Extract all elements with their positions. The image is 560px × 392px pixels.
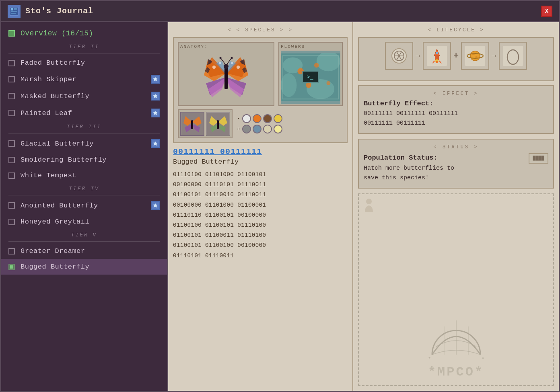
tier-2-label: TIER II bbox=[1, 41, 167, 51]
anatomy-box: ANATOMY: bbox=[178, 42, 274, 106]
svg-text:*: * bbox=[428, 357, 431, 362]
honeyed-greytail-label: Honeyed Greytail bbox=[21, 218, 89, 226]
color-label-a: ▪ bbox=[237, 117, 240, 121]
sidebar-item-smoldering-butterfly[interactable]: Smoldering Butterfly bbox=[1, 152, 167, 168]
svg-point-28 bbox=[231, 62, 233, 64]
svg-point-27 bbox=[237, 66, 240, 69]
tier-5-label: TIER V bbox=[1, 230, 167, 240]
overview-label: Overview (16/15) bbox=[21, 29, 93, 37]
svg-point-37 bbox=[326, 81, 330, 85]
svg-rect-46 bbox=[191, 120, 193, 129]
effect-section-header: < EFFECT > bbox=[364, 91, 548, 96]
status-badge: ████ bbox=[529, 153, 548, 164]
svg-point-73 bbox=[366, 199, 372, 204]
svg-text:*: * bbox=[482, 357, 484, 362]
marsh-skipper-label: Marsh Skipper bbox=[21, 76, 76, 83]
species-code: 00111111 00111111 bbox=[173, 147, 348, 156]
glacial-butterfly-label: Glacial Butterfly bbox=[21, 140, 94, 148]
sidebar-item-glacial-butterfly[interactable]: Glacial Butterfly bbox=[1, 135, 167, 152]
color-dot-light[interactable] bbox=[263, 125, 272, 133]
lifecycle-icons-wrapper: → bbox=[358, 37, 554, 81]
color-dot-orange[interactable] bbox=[253, 114, 261, 123]
flower-image: >_ bbox=[281, 53, 340, 101]
svg-point-69 bbox=[471, 53, 475, 55]
species-images-bottom: ▪ c bbox=[178, 109, 343, 138]
main-window: Sto's Journal X Overview (16/15) TIER II… bbox=[0, 0, 560, 392]
color-dot-yellow[interactable] bbox=[274, 114, 282, 123]
color-row-2: c bbox=[237, 125, 282, 133]
sidebar-item-anointed-butterfly[interactable]: Anointed Butterfly bbox=[1, 197, 167, 214]
svg-point-26 bbox=[219, 62, 221, 64]
butterfly-display bbox=[180, 51, 272, 104]
flower-display: >_ bbox=[281, 51, 340, 104]
sidebar-item-honeyed-greytail[interactable]: Honeyed Greytail bbox=[1, 214, 167, 230]
window-title: Sto's Journal bbox=[25, 6, 93, 16]
glacial-butterfly-badge bbox=[151, 139, 160, 148]
species-images-box: ANATOMY: bbox=[173, 37, 348, 143]
lifecycle-plus-1: + bbox=[453, 51, 459, 61]
lifecycle-arrow-1: → bbox=[416, 51, 420, 61]
status-title: Population Status: bbox=[364, 154, 438, 162]
faded-butterfly-label: Faded Butterfly bbox=[21, 59, 85, 67]
smoldering-butterfly-checkbox bbox=[8, 157, 15, 163]
lifecycle-arrow-2: → bbox=[492, 51, 496, 61]
species-description: 01110100 01101000 01100101 00100000 0111… bbox=[173, 170, 348, 261]
svg-rect-1 bbox=[11, 8, 13, 10]
flower-label: FLOWERS bbox=[281, 44, 340, 49]
sidebar-item-bugged-butterfly[interactable]: Bugged Butterfly bbox=[1, 259, 167, 275]
status-section: < STATUS > Population Status: ████ Hatch… bbox=[358, 139, 554, 189]
mpco-globe: * * bbox=[424, 314, 488, 365]
svg-point-24 bbox=[231, 57, 233, 59]
masked-butterfly-checkbox bbox=[8, 93, 15, 99]
color-pickers-right: ▪ c bbox=[237, 114, 282, 133]
mpco-logo: *MPCO* bbox=[428, 365, 484, 380]
svg-point-63 bbox=[436, 52, 438, 54]
color-row-1: ▪ bbox=[237, 114, 282, 123]
effect-code: 00111111 00111111 00111111 00111111 0011… bbox=[364, 109, 548, 128]
bugged-butterfly-checkbox bbox=[8, 264, 15, 270]
sidebar-item-faded-butterfly[interactable]: Faded Butterfly bbox=[1, 55, 167, 71]
marsh-skipper-checkbox bbox=[8, 76, 15, 82]
tier-3-label: TIER III bbox=[1, 121, 167, 131]
bugged-butterfly-label: Bugged Butterfly bbox=[21, 263, 89, 271]
status-text-block: Population Status: bbox=[364, 154, 438, 163]
sidebar-item-masked-butterfly[interactable]: Masked Butterfly bbox=[1, 88, 167, 105]
variant-thumb-1[interactable] bbox=[180, 112, 204, 136]
title-bar: Sto's Journal X bbox=[1, 1, 559, 22]
close-button[interactable]: X bbox=[541, 6, 552, 17]
anointed-butterfly-checkbox bbox=[8, 202, 15, 209]
svg-point-35 bbox=[314, 63, 319, 68]
faded-butterfly-checkbox bbox=[8, 60, 15, 66]
anointed-butterfly-badge bbox=[151, 201, 160, 210]
mpco-section: * * *MPCO* bbox=[358, 193, 554, 386]
variant-thumb-2[interactable] bbox=[206, 112, 230, 136]
sidebar-item-white-tempest[interactable]: White Tempest bbox=[1, 168, 167, 183]
color-dot-gray[interactable] bbox=[242, 125, 251, 133]
species-panel: < SPECIES > ANATOMY: bbox=[168, 22, 353, 391]
white-tempest-label: White Tempest bbox=[21, 172, 76, 179]
color-dot-brown[interactable] bbox=[263, 114, 272, 123]
main-content: Overview (16/15) TIER II Faded Butterfly… bbox=[1, 22, 559, 391]
color-dot-white[interactable] bbox=[242, 114, 251, 123]
svg-rect-2 bbox=[14, 8, 17, 10]
sidebar-item-greater-dreamer[interactable]: Greater Dreamer bbox=[1, 243, 167, 259]
svg-rect-52 bbox=[217, 120, 219, 129]
effect-title: Butterfly Effect: bbox=[364, 100, 548, 107]
color-dot-bright[interactable] bbox=[274, 125, 282, 133]
svg-point-25 bbox=[212, 66, 216, 69]
sidebar-item-overview[interactable]: Overview (16/15) bbox=[1, 25, 167, 41]
tier-4-label: TIER IV bbox=[1, 183, 167, 193]
color-dot-blue-gray[interactable] bbox=[253, 125, 261, 133]
lifecycle-section-header: < LIFECYCLE > bbox=[358, 27, 554, 33]
overview-checkbox bbox=[8, 30, 15, 37]
sidebar-item-marsh-skipper[interactable]: Marsh Skipper bbox=[1, 71, 167, 88]
svg-rect-3 bbox=[11, 11, 17, 12]
lifecycle-panel: < LIFECYCLE > bbox=[353, 22, 559, 391]
painted-leaf-checkbox bbox=[8, 110, 15, 116]
sidebar-item-painted-leaf[interactable]: Painted Leaf bbox=[1, 105, 167, 121]
status-subtext: Hatch more butterflies tosave this speci… bbox=[364, 164, 548, 183]
effect-section: < EFFECT > Butterfly Effect: 00111111 00… bbox=[358, 85, 554, 134]
svg-rect-19 bbox=[224, 67, 228, 89]
honeyed-greytail-checkbox bbox=[8, 219, 15, 225]
status-row: Population Status: ████ bbox=[364, 153, 548, 164]
